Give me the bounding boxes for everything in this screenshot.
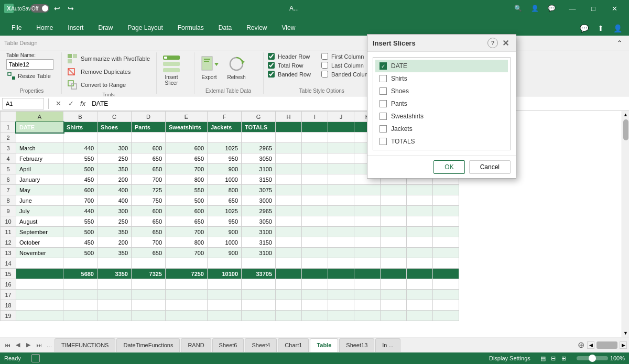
cell-10-2[interactable]: 250 (97, 216, 132, 227)
redo-btn[interactable]: ↪ (65, 3, 77, 14)
col-header-g[interactable]: G (242, 112, 276, 122)
cell-15-11[interactable] (381, 269, 407, 279)
cell-6-0[interactable]: January (16, 174, 63, 185)
cell-11-6[interactable]: 3100 (242, 227, 276, 237)
cell-10-4[interactable]: 650 (166, 216, 208, 227)
export-btn[interactable]: Export (198, 52, 221, 82)
cell-18-0[interactable] (16, 300, 63, 311)
col-header-i[interactable]: I (302, 112, 328, 122)
cell-2-8[interactable] (302, 133, 328, 143)
cell-5-7[interactable] (276, 164, 302, 174)
col-header-b[interactable]: B (63, 112, 97, 122)
cell-4-4[interactable]: 650 (166, 153, 208, 164)
cell-19-6[interactable] (242, 311, 276, 321)
refresh-btn[interactable]: Refresh (225, 52, 248, 82)
cell-11-10[interactable] (354, 227, 381, 237)
cell-10-8[interactable] (302, 216, 328, 227)
tab-page-layout[interactable]: Page Layout (120, 20, 170, 36)
sheet-tab-chart1[interactable]: Chart1 (278, 338, 309, 352)
tab-home[interactable]: Home (29, 20, 60, 36)
cell-1-9[interactable] (328, 122, 354, 133)
cell-11-4[interactable]: 700 (166, 227, 208, 237)
cell-2-3[interactable] (132, 133, 166, 143)
cell-9-1[interactable]: 440 (63, 206, 97, 216)
cell-15-7[interactable] (276, 269, 302, 279)
spreadsheet[interactable]: A B C D E F G H I J K L M N (0, 111, 622, 337)
cell-5-0[interactable]: April (16, 164, 63, 174)
col-header-d[interactable]: D (132, 112, 166, 122)
tab-draw[interactable]: Draw (91, 20, 120, 36)
cell-16-4[interactable] (166, 279, 208, 290)
col-header-a[interactable]: A (16, 112, 63, 122)
slicer-item-shoes[interactable]: Shoes (375, 85, 508, 97)
cell-6-3[interactable]: 700 (132, 174, 166, 185)
cell-19-9[interactable] (328, 311, 354, 321)
zoom-slider[interactable] (577, 356, 608, 360)
cell-15-13[interactable] (433, 269, 459, 279)
resize-table-btn[interactable]: Resize Table (6, 71, 52, 81)
cell-19-8[interactable] (302, 311, 328, 321)
sheet-nav-last[interactable]: ⏭ (34, 340, 44, 350)
cell-15-1[interactable]: 5680 (63, 269, 97, 279)
cell-7-11[interactable] (381, 185, 407, 195)
cell-4-0[interactable]: February (16, 153, 63, 164)
cell-10-9[interactable] (328, 216, 354, 227)
tab-insert[interactable]: Insert (60, 20, 91, 36)
cell-12-10[interactable] (354, 237, 381, 248)
search-btn[interactable]: 🔍 (512, 2, 524, 15)
cell-7-0[interactable]: May (16, 185, 63, 195)
cell-15-8[interactable] (302, 269, 328, 279)
cell-13-2[interactable]: 350 (97, 248, 132, 258)
cell-16-0[interactable] (16, 279, 63, 290)
cell-16-1[interactable] (63, 279, 97, 290)
scroll-down-btn[interactable]: ▼ (622, 329, 629, 337)
cell-11-5[interactable]: 900 (208, 227, 242, 237)
cell-19-2[interactable] (97, 311, 132, 321)
tab-review[interactable]: Review (239, 20, 274, 36)
cell-3-7[interactable] (276, 143, 302, 153)
cell-17-13[interactable] (433, 290, 459, 300)
cell-14-5[interactable] (208, 258, 242, 269)
cell-2-1[interactable] (63, 133, 97, 143)
cell-10-10[interactable] (354, 216, 381, 227)
cell-18-7[interactable] (276, 300, 302, 311)
header-row-checkbox[interactable]: Header Row (267, 52, 312, 60)
cell-18-3[interactable] (132, 300, 166, 311)
cell-12-8[interactable] (302, 237, 328, 248)
cell-16-13[interactable] (433, 279, 459, 290)
share-btn[interactable]: 👤 (528, 2, 541, 15)
cell-18-10[interactable] (354, 300, 381, 311)
dialog-ok-btn[interactable]: OK (433, 160, 464, 174)
cell-15-2[interactable]: 3350 (97, 269, 132, 279)
cell-11-1[interactable]: 500 (63, 227, 97, 237)
convert-to-range-btn[interactable]: Convert to Range (65, 79, 152, 91)
cell-2-7[interactable] (276, 133, 302, 143)
cell-8-13[interactable] (433, 195, 459, 206)
tab-view[interactable]: View (275, 20, 303, 36)
cell-2-9[interactable] (328, 133, 354, 143)
cell-6-6[interactable]: 3150 (242, 174, 276, 185)
cell-18-2[interactable] (97, 300, 132, 311)
cell-9-13[interactable] (433, 206, 459, 216)
cell-18-1[interactable] (63, 300, 97, 311)
slicer-item-pants[interactable]: Pants (375, 97, 508, 110)
cell-13-9[interactable] (328, 248, 354, 258)
slicer-item-shirts[interactable]: Shirts (375, 72, 508, 85)
cell-15-3[interactable]: 7325 (132, 269, 166, 279)
cell-2-4[interactable] (166, 133, 208, 143)
cell-5-4[interactable]: 700 (166, 164, 208, 174)
cell-14-1[interactable] (63, 258, 97, 269)
cell-19-13[interactable] (433, 311, 459, 321)
cell-19-7[interactable] (276, 311, 302, 321)
cell-6-5[interactable]: 1000 (208, 174, 242, 185)
cell-12-6[interactable]: 3150 (242, 237, 276, 248)
cell-12-5[interactable]: 1000 (208, 237, 242, 248)
cell-7-8[interactable] (302, 185, 328, 195)
cell-1-4[interactable]: Sweatshirts (166, 122, 208, 133)
cell-3-5[interactable]: 1025 (208, 143, 242, 153)
cell-4-8[interactable] (302, 153, 328, 164)
cell-2-0[interactable] (16, 133, 63, 143)
cell-8-2[interactable]: 400 (97, 195, 132, 206)
cell-7-4[interactable]: 550 (166, 185, 208, 195)
col-header-e[interactable]: E (166, 112, 208, 122)
